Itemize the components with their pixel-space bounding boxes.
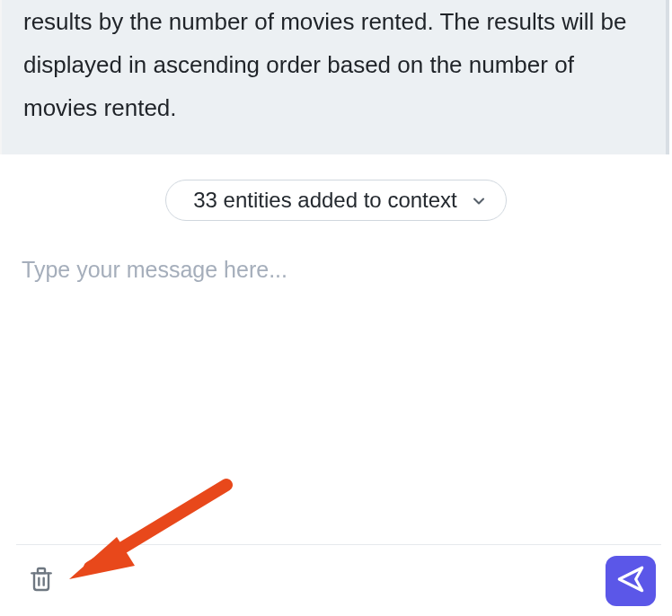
context-pill-label: 33 entities added to context (193, 188, 457, 213)
assistant-response-area: results by the number of movies rented. … (0, 0, 669, 154)
send-icon (615, 564, 646, 597)
bottom-toolbar (16, 544, 661, 616)
message-input-area (0, 230, 672, 485)
send-button[interactable] (606, 556, 656, 606)
assistant-response-text: results by the number of movies rented. … (23, 0, 644, 129)
context-entities-pill[interactable]: 33 entities added to context (165, 180, 507, 221)
context-pill-wrapper: 33 entities added to context (0, 154, 672, 230)
chevron-down-icon (470, 194, 482, 207)
message-input[interactable] (22, 257, 650, 481)
trash-icon (27, 563, 56, 598)
clear-conversation-button[interactable] (23, 559, 59, 602)
